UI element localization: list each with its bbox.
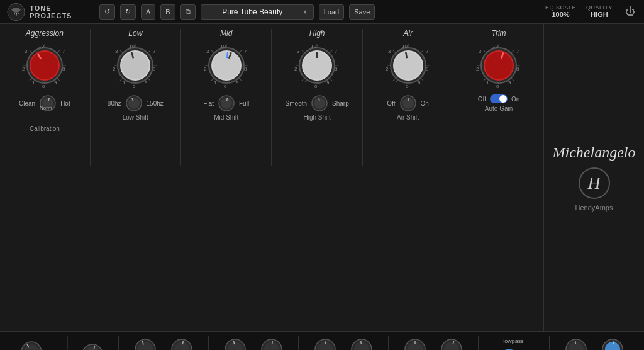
svg-point-33 (121, 52, 149, 79)
mid-freq-wrap: mid freq (221, 336, 249, 350)
svg-text:8: 8 (62, 66, 65, 72)
auto-gain-toggle[interactable] (490, 94, 508, 103)
low-knob[interactable]: 3 7 2 8 1 9 0 10 (110, 40, 160, 91)
svg-line-173 (360, 341, 361, 344)
tube-comp-block: 0% 400% tube comp triode pent. tube blen… (5, 336, 68, 350)
svg-point-67 (221, 98, 232, 109)
svg-text:0: 0 (133, 84, 136, 89)
mid-drive-wrap: drive (258, 336, 286, 350)
low-freq-knob[interactable] (131, 336, 159, 350)
aggression-label: Aggression (26, 29, 64, 38)
mid-shift-label: Mid Shift (214, 114, 238, 121)
flat-label: Flat (203, 100, 214, 107)
auto-gain-label: Auto Gain (485, 105, 513, 112)
sep-5 (478, 336, 479, 350)
a-button[interactable]: A (141, 4, 155, 20)
svg-text:10: 10 (38, 43, 44, 49)
mid-freq-knob[interactable] (221, 336, 249, 350)
save-button[interactable]: Save (349, 4, 375, 20)
svg-text:2: 2 (476, 66, 479, 72)
sep-3 (298, 336, 299, 350)
sharp-label: Sharp (332, 100, 349, 107)
svg-text:3: 3 (297, 48, 300, 54)
air-label: Air (403, 29, 413, 38)
aggression-group: Aggression (10, 29, 79, 132)
load-button[interactable]: Load (319, 4, 344, 20)
high-shift-knob[interactable] (311, 94, 328, 112)
svg-text:2: 2 (204, 66, 207, 72)
spread-knob[interactable] (79, 341, 106, 350)
svg-line-170 (325, 341, 326, 344)
svg-text:9: 9 (145, 80, 148, 86)
high-drive-knob[interactable] (348, 336, 375, 350)
svg-text:7: 7 (516, 48, 519, 54)
output-freq-knob[interactable] (562, 336, 590, 350)
80hz-label: 80hz (108, 100, 121, 107)
low-group: Low 3 7 (101, 29, 170, 121)
svg-text:0: 0 (42, 84, 45, 89)
redo-button[interactable]: ↻ (120, 4, 136, 20)
top-right: EQ SCALE 100% QUALITY HIGH ⏻ (545, 4, 638, 20)
svg-text:9: 9 (508, 80, 511, 86)
preset-select[interactable]: Pure Tube Beauty ▼ (201, 4, 314, 20)
copy-button[interactable]: ⧉ (180, 4, 196, 20)
b-button[interactable]: B (160, 4, 175, 20)
svg-text:1: 1 (486, 80, 489, 86)
autogain-on-label: On (511, 96, 519, 103)
svg-line-197 (613, 341, 614, 344)
brand-panel: Michelangelo H HendyAmps (543, 24, 644, 331)
brand-letter: H (587, 173, 600, 193)
svg-text:8: 8 (516, 66, 519, 72)
tube-comp-knob[interactable] (18, 338, 45, 350)
svg-text:TP: TP (13, 11, 20, 16)
svg-text:3: 3 (25, 48, 28, 54)
svg-text:3: 3 (388, 48, 391, 54)
svg-text:10: 10 (220, 43, 226, 49)
svg-text:10: 10 (492, 43, 498, 49)
air-freq-knob[interactable] (401, 336, 429, 350)
air-drive-knob[interactable] (438, 336, 465, 350)
svg-text:10: 10 (129, 43, 135, 49)
sep-4 (388, 336, 389, 350)
mid-drive-knob[interactable] (258, 336, 286, 350)
brand-sub: HendyAmps (575, 204, 613, 212)
svg-text:8: 8 (426, 66, 429, 72)
low-drive-wrap: drive (168, 336, 196, 350)
air-drive-wrap: drive (438, 336, 465, 350)
low-drive-knob[interactable] (168, 336, 196, 350)
filter-block: lowpass mid side trans body highpass (482, 336, 545, 350)
svg-point-11 (31, 52, 58, 79)
mid-shift-knob[interactable] (218, 94, 235, 112)
mid-label: Mid (220, 29, 232, 38)
svg-text:9: 9 (418, 80, 421, 86)
toggle-thumb (499, 95, 507, 103)
svg-text:0: 0 (406, 84, 409, 89)
section-div-4 (362, 29, 363, 166)
high-freq-knob[interactable] (311, 336, 339, 350)
knob-row: Aggression (6, 24, 537, 169)
trim-knob[interactable]: 3 7 2 8 1 9 0 10 (474, 40, 524, 91)
power-button[interactable]: ⏻ (623, 4, 638, 20)
high-knob[interactable]: 3 7 2 8 1 9 0 10 (292, 40, 342, 91)
logo-area: TP TONE PROJECTS (6, 2, 94, 22)
low-shift-knob[interactable] (125, 94, 143, 112)
brand-logo: H (579, 167, 610, 199)
mid-band-knobs: mid freq drive (216, 336, 290, 350)
svg-text:8: 8 (335, 66, 338, 72)
output-gain-knob[interactable] (599, 336, 626, 350)
undo-button[interactable]: ↺ (99, 4, 115, 20)
high-band-block: high freq drive mid side tra (303, 336, 384, 350)
high-label: High (309, 29, 325, 38)
quality-label: QUALITY (586, 4, 613, 11)
svg-text:8: 8 (244, 66, 247, 72)
svg-text:2: 2 (113, 66, 116, 72)
air-knob[interactable]: 3 7 2 8 1 9 0 10 (383, 40, 433, 91)
hot-label: Hot (60, 100, 70, 107)
sep-2 (208, 336, 209, 350)
mid-knob[interactable]: 3 7 2 8 1 9 0 10 (201, 40, 252, 91)
svg-text:3: 3 (479, 48, 482, 54)
air-shift-knob[interactable] (399, 94, 417, 112)
full-label: Full (239, 100, 249, 107)
aggression-knob[interactable]: 3 7 2 8 1 9 0 10 (19, 40, 70, 91)
eq-scale-label: EQ SCALE (545, 4, 576, 11)
